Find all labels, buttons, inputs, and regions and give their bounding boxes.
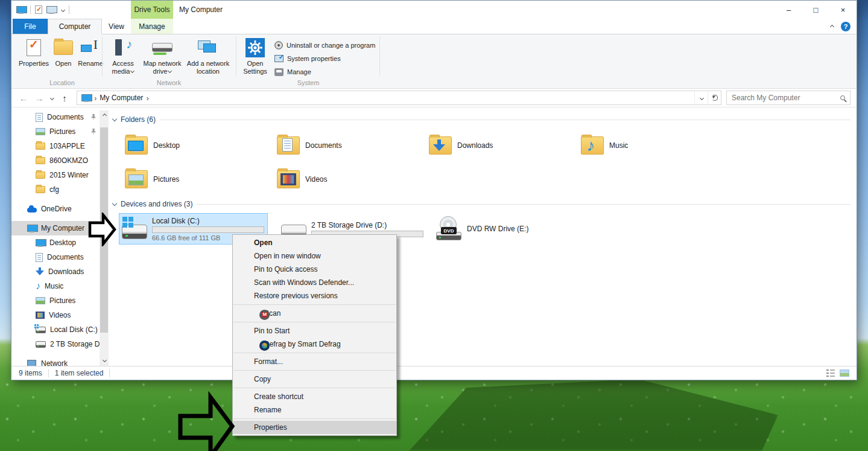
menu-item-scan-windows-defender[interactable]: Scan with Windows Defender...: [233, 276, 396, 289]
menu-item-scan[interactable]: Scan: [233, 307, 396, 320]
breadcrumb-chevron-icon[interactable]: ›: [146, 94, 148, 103]
up-button[interactable]: ↑: [57, 89, 72, 107]
folder-tile-pictures[interactable]: Pictures: [125, 166, 270, 193]
video-overlay-icon: [280, 173, 296, 185]
menu-item-format[interactable]: Format...: [233, 355, 396, 368]
folder-tile-downloads[interactable]: Downloads: [429, 132, 574, 159]
open-settings-button[interactable]: OpenSettings: [239, 37, 271, 75]
item-count: 9 items: [19, 369, 42, 377]
rename-button[interactable]: Rename: [75, 37, 106, 68]
manage-button[interactable]: Manage: [274, 66, 311, 78]
menu-item-properties[interactable]: Properties: [233, 421, 396, 434]
download-arrow-icon: [36, 267, 44, 277]
search-input[interactable]: [732, 94, 840, 102]
open-button[interactable]: Open: [50, 37, 77, 68]
drive-tools-contextual-label[interactable]: Drive Tools: [131, 1, 173, 19]
menu-item-open[interactable]: Open: [233, 236, 396, 249]
menu-item-restore-previous-versions[interactable]: Restore previous versions: [233, 289, 396, 302]
folder-tile-desktop[interactable]: Desktop: [125, 132, 270, 159]
drive-tile-dvd-e[interactable]: DVD DVD RW Drive (E:): [432, 213, 581, 245]
add-network-location-button[interactable]: Add a networklocation: [185, 37, 231, 75]
maximize-button[interactable]: □: [802, 1, 829, 19]
sidebar-item-desktop[interactable]: Desktop: [11, 235, 100, 250]
folder-icon: [125, 170, 148, 188]
search-box[interactable]: [726, 91, 851, 105]
sidebar-item-local-disk-c[interactable]: Local Disk (C:): [11, 322, 100, 337]
tab-manage[interactable]: Manage: [131, 19, 173, 34]
file-list-pane: Folders (6) Desktop Documents Downloads …: [109, 108, 857, 366]
sidebar-item-documents-pinned[interactable]: Documents: [11, 110, 100, 124]
breadcrumb-my-computer[interactable]: My Computer: [100, 94, 143, 102]
qat-customize-chevron-icon[interactable]: [61, 7, 65, 11]
system-properties-icon: [274, 55, 284, 63]
menu-item-pin-to-start[interactable]: Pin to Start: [233, 324, 396, 337]
sidebar-item-cfg[interactable]: cfg: [11, 182, 100, 197]
sidebar-item-2015-winter[interactable]: 2015 Winter: [11, 168, 100, 182]
menu-item-create-shortcut[interactable]: Create shortcut: [233, 390, 396, 403]
sidebar-item-860okmzo[interactable]: 860OKMZO: [11, 153, 100, 168]
tab-computer[interactable]: Computer: [48, 19, 102, 34]
sidebar-item-my-computer[interactable]: My Computer: [11, 221, 100, 235]
sidebar-item-downloads[interactable]: Downloads: [11, 264, 100, 279]
group-separator: [102, 37, 103, 76]
breadcrumb-chevron-icon[interactable]: ›: [94, 94, 97, 103]
address-dropdown-chevron-icon[interactable]: [694, 91, 708, 104]
tab-file[interactable]: File: [13, 19, 48, 34]
sidebar-item-103apple[interactable]: 103APPLE: [11, 139, 100, 153]
details-view-icon[interactable]: [826, 369, 835, 377]
system-properties-button[interactable]: System properties: [274, 53, 341, 65]
header-rule: [197, 204, 851, 205]
devices-group-header[interactable]: Devices and drives (3): [113, 200, 851, 208]
drive-icon: [36, 341, 46, 348]
large-icons-view-icon[interactable]: [840, 369, 849, 377]
menu-item-pin-to-quick-access[interactable]: Pin to Quick access: [233, 263, 396, 276]
help-icon[interactable]: ?: [841, 22, 851, 31]
ribbon-tabs: File Computer View Manage ?: [11, 19, 857, 34]
network-icon: [27, 360, 37, 366]
map-drive-icon: [152, 39, 173, 56]
sidebar-item-music[interactable]: ♪ Music: [11, 279, 100, 293]
forward-button[interactable]: →: [32, 89, 46, 107]
scroll-down-icon[interactable]: [100, 355, 109, 365]
window-controls: – □ ×: [775, 1, 857, 19]
minimize-button[interactable]: –: [775, 1, 802, 19]
address-bar[interactable]: › My Computer ›: [77, 91, 721, 105]
folder-tile-videos[interactable]: Videos: [277, 166, 422, 193]
properties-button[interactable]: Properties: [19, 37, 49, 68]
this-pc-icon: [27, 225, 37, 232]
map-network-drive-button[interactable]: Map networkdrive: [139, 37, 185, 75]
sidebar-item-documents[interactable]: Documents: [11, 250, 100, 264]
recent-locations-chevron-icon[interactable]: [46, 89, 56, 107]
sidebar-item-network[interactable]: Network: [11, 356, 100, 366]
access-media-button[interactable]: Accessmedia: [107, 37, 139, 75]
folder-tile-documents[interactable]: Documents: [277, 132, 422, 159]
menu-item-copy[interactable]: Copy: [233, 373, 396, 386]
sidebar-item-storage-drive-d[interactable]: 2 TB Storage Driv: [11, 337, 100, 351]
sidebar-item-pictures-pinned[interactable]: Pictures: [11, 124, 100, 139]
folders-group-header[interactable]: Folders (6): [113, 115, 851, 124]
search-icon[interactable]: [840, 95, 845, 100]
collapse-chevron-icon[interactable]: [112, 200, 117, 205]
quick-access-toolbar: [16, 1, 69, 19]
folder-tile-music[interactable]: ♪ Music: [581, 132, 726, 159]
tab-view[interactable]: View: [102, 19, 131, 34]
back-button[interactable]: ←: [16, 89, 31, 107]
sidebar-item-onedrive[interactable]: OneDrive: [11, 202, 100, 216]
picture-icon: [36, 297, 45, 304]
ribbon: Properties Open Rename Location Accessme…: [11, 34, 857, 89]
collapse-chevron-icon[interactable]: [112, 116, 117, 121]
collapse-ribbon-icon[interactable]: [830, 24, 834, 28]
qat-properties-icon[interactable]: [35, 5, 42, 14]
menu-item-defrag-smart-defrag[interactable]: Defrag by Smart Defrag: [233, 337, 396, 351]
menu-item-rename[interactable]: Rename: [233, 403, 396, 417]
qat-new-item-icon[interactable]: [46, 6, 56, 14]
folder-icon: [429, 136, 452, 155]
scroll-up-icon[interactable]: [100, 110, 109, 120]
sidebar-item-videos[interactable]: Videos: [11, 308, 100, 322]
sidebar-item-pictures[interactable]: Pictures: [11, 293, 100, 308]
uninstall-program-button[interactable]: Uninstall or change a program: [274, 39, 375, 51]
close-button[interactable]: ×: [829, 1, 857, 19]
menu-item-open-in-new-window[interactable]: Open in new window: [233, 249, 396, 263]
status-bar: 9 items 1 item selected: [11, 366, 857, 380]
refresh-button[interactable]: [708, 91, 721, 104]
